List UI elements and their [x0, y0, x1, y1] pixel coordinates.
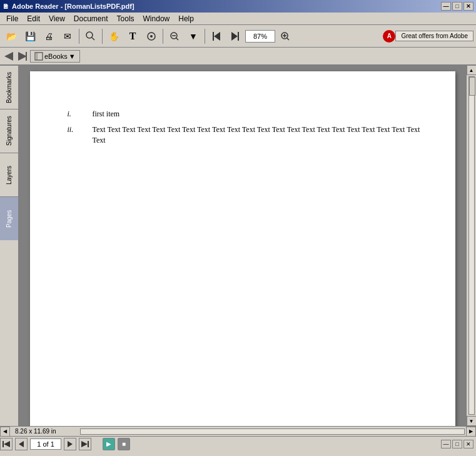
- scroll-right-button[interactable]: ▶: [466, 427, 476, 437]
- scroll-down-button[interactable]: ▼: [467, 416, 477, 426]
- close-button[interactable]: ✕: [463, 2, 473, 11]
- svg-marker-23: [68, 441, 73, 447]
- search-button[interactable]: [82, 28, 99, 45]
- svg-rect-18: [35, 53, 43, 60]
- ebooks-button[interactable]: eBooks ▼: [30, 50, 80, 63]
- forward-button[interactable]: [16, 50, 29, 63]
- sep-zoom: [205, 29, 205, 44]
- maximize-button[interactable]: □: [452, 2, 462, 11]
- svg-rect-20: [3, 441, 4, 447]
- svg-rect-9: [238, 32, 239, 41]
- list-marker-2: ii.: [68, 124, 93, 146]
- prev-page-button[interactable]: [208, 28, 225, 45]
- svg-line-5: [176, 38, 179, 40]
- menu-tools[interactable]: Tools: [113, 13, 138, 24]
- bottom-scrollbar: ◀ 8.26 x 11.69 in ▶: [0, 426, 476, 436]
- adobe-link-button[interactable]: A: [383, 30, 395, 43]
- menu-help[interactable]: Help: [175, 13, 198, 24]
- title-text: Adobe Reader - [RomanListsPDF.pdf]: [12, 3, 134, 10]
- inner-min-button[interactable]: —: [441, 440, 451, 448]
- scroll-track-horizontal[interactable]: [80, 428, 465, 435]
- scroll-up-button[interactable]: ▲: [467, 65, 477, 75]
- menu-view[interactable]: View: [45, 13, 69, 24]
- ebooks-dropdown-icon: ▼: [69, 53, 76, 60]
- pages-tab[interactable]: Pages: [0, 196, 18, 240]
- svg-rect-24: [88, 441, 89, 447]
- window-buttons: — □ ✕: [441, 440, 473, 448]
- scroll-track-vertical[interactable]: [468, 76, 475, 415]
- scroll-left-button[interactable]: ◀: [0, 427, 10, 437]
- print-button[interactable]: 🖨: [40, 28, 58, 45]
- ebooks-label: eBooks: [44, 53, 68, 60]
- title-bar: 🗎 Adobe Reader - [RomanListsPDF.pdf] — □…: [0, 0, 476, 13]
- navigation-bar: ▶ ■ — □ ✕: [0, 436, 476, 451]
- zoom-out-button[interactable]: [166, 28, 183, 45]
- svg-line-12: [287, 38, 290, 40]
- list-content-2: Text Text Text Text Text Text Text Text …: [93, 124, 424, 146]
- save-button[interactable]: 💾: [21, 28, 39, 45]
- play-button[interactable]: ▶: [103, 438, 115, 450]
- page-number-input[interactable]: [30, 438, 61, 450]
- menu-window[interactable]: Window: [139, 13, 174, 24]
- last-page-button[interactable]: [79, 438, 91, 450]
- svg-rect-17: [26, 52, 27, 61]
- main-area: Bookmarks Signatures Layers Pages i. fir…: [0, 65, 476, 426]
- secondary-toolbar: eBooks ▼: [0, 48, 476, 65]
- svg-marker-22: [19, 441, 24, 447]
- pdf-page: i. first item ii. Text Text Text Text Te…: [30, 71, 455, 426]
- minimize-button[interactable]: —: [441, 2, 451, 11]
- hand-tool-button[interactable]: ✋: [105, 28, 123, 45]
- svg-line-1: [92, 38, 94, 40]
- list-marker-1: i.: [68, 109, 93, 119]
- next-page-button[interactable]: [226, 28, 244, 45]
- zoom-controls: ▼: [166, 28, 294, 45]
- menu-document[interactable]: Document: [70, 13, 112, 24]
- main-toolbar: 📂 💾 🖨 ✉ ✋ T ▼ A Great offers from Adobe: [0, 25, 476, 48]
- content-area[interactable]: i. first item ii. Text Text Text Text Te…: [19, 65, 466, 426]
- select-text-button[interactable]: T: [124, 28, 141, 45]
- app-icon: 🗎: [3, 3, 9, 10]
- list-item: i. first item: [68, 109, 424, 119]
- inner-close-button[interactable]: ✕: [463, 440, 473, 448]
- separator-1: [79, 29, 79, 44]
- zoom-dropdown-button[interactable]: ▼: [185, 28, 202, 45]
- left-panel: Bookmarks Signatures Layers Pages: [0, 65, 19, 426]
- email-button[interactable]: ✉: [59, 28, 76, 45]
- pdf-list: i. first item ii. Text Text Text Text Te…: [68, 109, 424, 145]
- size-indicator: 8.26 x 11.69 in: [10, 428, 79, 435]
- svg-marker-25: [81, 441, 88, 447]
- separator-3: [163, 29, 163, 44]
- snapshot-button[interactable]: [143, 28, 160, 45]
- layers-tab[interactable]: Layers: [0, 153, 18, 196]
- toolbar-right: A Great offers from Adobe: [383, 30, 473, 43]
- list-item: ii. Text Text Text Text Text Text Text T…: [68, 124, 424, 146]
- scroll-thumb-vertical[interactable]: [469, 77, 475, 96]
- svg-marker-10: [231, 32, 238, 41]
- zoom-input[interactable]: [245, 30, 275, 43]
- next-page-nav-button[interactable]: [64, 438, 76, 450]
- first-page-button[interactable]: [0, 438, 13, 450]
- svg-marker-16: [18, 52, 27, 61]
- right-scrollbar[interactable]: ▲ ▼: [466, 65, 476, 426]
- list-content-1: first item: [93, 109, 424, 119]
- menu-bar: File Edit View Document Tools Window Hel…: [0, 13, 476, 25]
- inner-max-button[interactable]: □: [452, 440, 462, 448]
- svg-rect-7: [213, 32, 214, 41]
- svg-point-3: [150, 35, 153, 38]
- back-button[interactable]: [3, 50, 15, 63]
- svg-marker-15: [4, 52, 13, 61]
- great-offers-button[interactable]: Great offers from Adobe: [395, 31, 473, 41]
- svg-marker-8: [214, 32, 220, 41]
- signatures-tab[interactable]: Signatures: [0, 109, 18, 153]
- svg-marker-21: [4, 441, 10, 447]
- svg-point-0: [86, 32, 93, 38]
- menu-edit[interactable]: Edit: [23, 13, 44, 24]
- separator-2: [102, 29, 103, 44]
- open-button[interactable]: 📂: [3, 28, 20, 45]
- stop-button[interactable]: ■: [118, 438, 130, 450]
- menu-file[interactable]: File: [3, 13, 22, 24]
- prev-page-nav-button[interactable]: [15, 438, 28, 450]
- zoom-in-button[interactable]: [276, 28, 294, 45]
- bookmarks-tab[interactable]: Bookmarks: [0, 65, 18, 109]
